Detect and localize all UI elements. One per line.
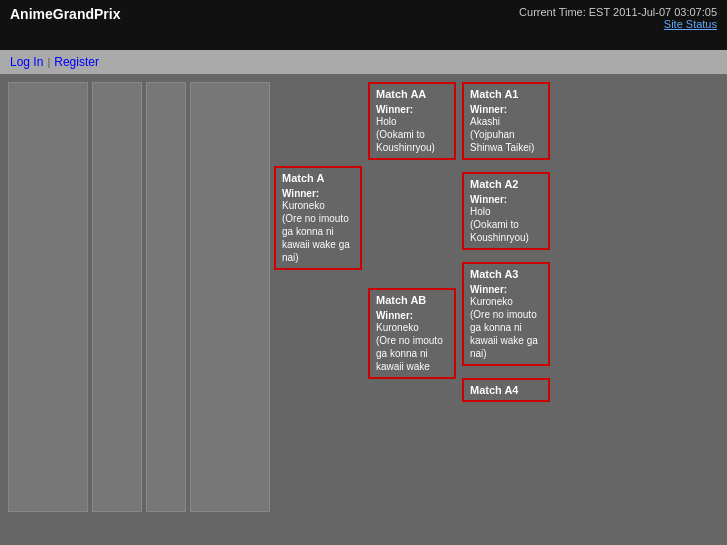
spacer-a3-a4 [462,370,552,374]
col-1 [8,82,88,545]
match-ab-box: Match AB Winner: Kuroneko(Ore no imouto … [368,288,456,379]
match-a-winner-name: Kuroneko(Ore no imouto ga konna ni kawai… [282,199,354,264]
col-match-a: Match A Winner: Kuroneko(Ore no imouto g… [274,82,364,545]
app-title: AnimeGrandPrix [10,6,120,22]
match-aa-box: Match AA Winner: Holo(Ookami to Koushinr… [368,82,456,160]
match-ab-winner-name: Kuroneko(Ore no imouto ga konna ni kawai… [376,321,448,373]
register-link[interactable]: Register [54,55,99,69]
col-2 [92,82,142,545]
bracket-area: Match A Winner: Kuroneko(Ore no imouto g… [0,74,727,545]
match-a3-winner-name: Kuroneko(Ore no imouto ga konna ni kawai… [470,295,542,360]
match-a1-title: Match A1 [470,88,542,100]
match-a2-title: Match A2 [470,178,542,190]
spacer-a-top [274,82,364,162]
match-a4-title: Match A4 [470,384,542,396]
spacer-a1-a2 [462,164,552,168]
spacer-ab [368,164,458,284]
current-time: Current Time: EST 2011-Jul-07 03:07:05 [519,6,717,18]
header-right: Current Time: EST 2011-Jul-07 03:07:05 S… [519,6,717,30]
match-a2-box: Match A2 Winner: Holo(Ookami to Koushinr… [462,172,550,250]
site-status-link[interactable]: Site Status [519,18,717,30]
header: AnimeGrandPrix Current Time: EST 2011-Ju… [0,0,727,50]
match-a1-winner-name: Akashi(Yojpuhan Shinwa Taikei) [470,115,542,154]
grey-box-1a [8,82,88,512]
match-aa-winner-label: Winner: [376,104,448,115]
match-ab-title: Match AB [376,294,448,306]
match-ab-winner-label: Winner: [376,310,448,321]
navbar: Log In | Register [0,50,727,74]
match-a3-title: Match A3 [470,268,542,280]
match-a1-winner-label: Winner: [470,104,542,115]
match-aa-title: Match AA [376,88,448,100]
spacer-a2-a3 [462,254,552,258]
login-link[interactable]: Log In [10,55,43,69]
match-a3-box: Match A3 Winner: Kuroneko(Ore no imouto … [462,262,550,366]
match-a-box: Match A Winner: Kuroneko(Ore no imouto g… [274,166,362,270]
match-a4-box: Match A4 [462,378,550,402]
grey-box-2a [92,82,142,512]
nav-separator: | [47,56,50,68]
col-match-aab: Match AA Winner: Holo(Ookami to Koushinr… [368,82,458,545]
match-aa-winner-name: Holo(Ookami to Koushinryou) [376,115,448,154]
col-right-matches: Match A1 Winner: Akashi(Yojpuhan Shinwa … [462,82,552,545]
grey-box-4a [190,82,270,512]
match-a1-box: Match A1 Winner: Akashi(Yojpuhan Shinwa … [462,82,550,160]
match-a3-winner-label: Winner: [470,284,542,295]
col-3 [146,82,186,545]
match-a2-winner-name: Holo(Ookami to Koushinryou) [470,205,542,244]
match-a-title: Match A [282,172,354,184]
grey-box-3a [146,82,186,512]
match-a2-winner-label: Winner: [470,194,542,205]
match-a-winner-label: Winner: [282,188,354,199]
col-4 [190,82,270,545]
